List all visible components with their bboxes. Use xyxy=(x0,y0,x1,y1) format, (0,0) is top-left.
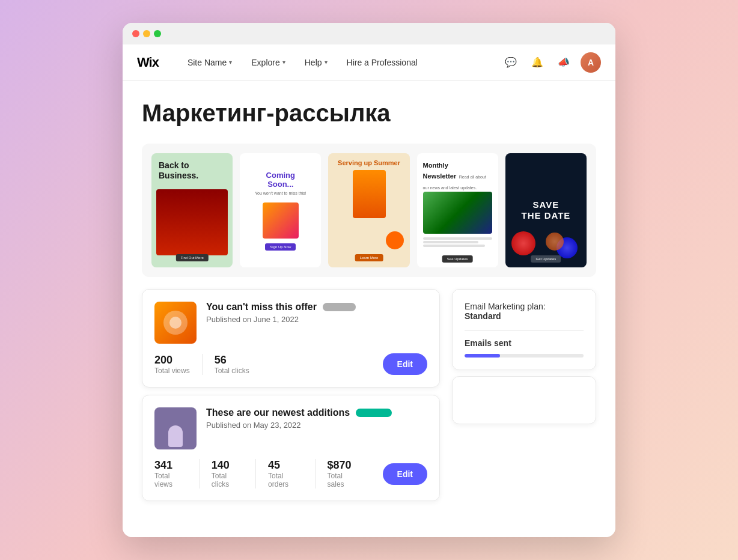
campaign-2-stats: 341 Total views 140 Total clicks 45 Tota… xyxy=(154,459,427,488)
browser-chrome xyxy=(123,23,615,44)
tpl-4-image xyxy=(423,192,492,234)
campaign-2-views-value: 341 xyxy=(154,459,187,472)
campaign-1-clicks-label: Total clicks xyxy=(215,367,249,375)
campaign-2-edit-button[interactable]: Edit xyxy=(383,463,427,485)
template-monthly-newsletter: MonthlyNewsletter Read all about our new… xyxy=(417,153,498,267)
wix-logo[interactable]: Wix xyxy=(137,55,159,70)
browser-window: Wix Site Name ▾ Explore ▾ Help ▾ Hire a … xyxy=(123,23,615,537)
campaign-1-date: Published on June 1, 2022 xyxy=(206,315,427,324)
campaign-2-clicks-label: Total clicks xyxy=(212,472,243,488)
thumb-2-vase xyxy=(168,425,183,447)
campaign-1-views-value: 200 xyxy=(154,354,190,367)
megaphone-icon[interactable]: 📣 xyxy=(554,53,573,72)
main-area: You can't miss this offer Published on J… xyxy=(142,289,596,501)
campaign-1-stat-views: 200 Total views xyxy=(154,354,203,375)
tpl-1-image xyxy=(156,189,228,255)
campaign-1-stats: 200 Total views 56 Total clicks Edit xyxy=(154,353,427,375)
dot-green[interactable] xyxy=(154,30,161,37)
chat-icon[interactable]: 💬 xyxy=(501,53,520,72)
dot-yellow[interactable] xyxy=(143,30,150,37)
tpl-3-btn: Learn More xyxy=(355,254,383,261)
campaign-2-header: These are our newest additions Published… xyxy=(154,407,427,449)
sidebar-card-2 xyxy=(452,376,596,424)
template-card-2[interactable]: ComingSoon... You won't want to miss thi… xyxy=(240,153,321,267)
sidebar-plan-text: Email Marketing plan: Standard xyxy=(465,302,584,321)
campaign-2-sales-label: Total sales xyxy=(328,472,359,488)
template-card-4[interactable]: MonthlyNewsletter Read all about our new… xyxy=(417,153,498,267)
template-back-to-business: Back toBusiness. Find Out More xyxy=(151,153,233,267)
nav-site-name[interactable]: Site Name ▾ xyxy=(178,44,242,81)
nav-explore[interactable]: Explore ▾ xyxy=(242,44,294,81)
templates-carousel: Back toBusiness. Find Out More ComingSoo… xyxy=(142,144,596,277)
campaign-card-2: These are our newest additions Published… xyxy=(142,395,440,501)
nav-help[interactable]: Help ▾ xyxy=(295,44,337,81)
campaign-2-date: Published on May 23, 2022 xyxy=(206,421,427,430)
campaign-1-name: You can't miss this offer xyxy=(206,302,317,312)
campaign-1-status-badge xyxy=(323,303,356,311)
sidebar-progress-bar-bg xyxy=(465,354,584,358)
tpl-4-title: MonthlyNewsletter xyxy=(423,162,457,180)
browser-dots xyxy=(132,30,161,44)
campaign-2-stat-orders: 45 Total orders xyxy=(268,459,316,488)
campaign-2-title-row: These are our newest additions xyxy=(206,407,427,418)
campaigns-list: You can't miss this offer Published on J… xyxy=(142,289,440,501)
tpl-2-btn: Sign Up Now xyxy=(265,243,296,251)
tpl-1-title: Back toBusiness. xyxy=(159,160,198,181)
campaign-2-name: These are our newest additions xyxy=(206,407,350,418)
thumb-1-circle xyxy=(163,311,188,335)
campaign-1-edit-button[interactable]: Edit xyxy=(383,353,427,375)
tpl-2-title: ComingSoon... xyxy=(266,171,295,189)
tpl-3-fruit xyxy=(386,231,404,249)
template-card-5[interactable]: SAVETHE DATE Get Updates xyxy=(505,153,587,267)
campaign-2-orders-value: 45 xyxy=(268,459,303,472)
tpl-5-blob1 xyxy=(511,231,535,255)
sidebar-plan-name: Standard xyxy=(465,311,501,321)
template-serving-summer: Serving up Summer Learn More xyxy=(328,153,409,267)
avatar-initial: A xyxy=(588,58,594,67)
site-name-chevron-icon: ▾ xyxy=(229,59,232,65)
sidebar-plan-card: Email Marketing plan: Standard Emails se… xyxy=(452,289,596,370)
help-chevron-icon: ▾ xyxy=(325,59,328,65)
nav-right-icons: 💬 🔔 📣 A xyxy=(501,52,601,73)
explore-chevron-icon: ▾ xyxy=(282,59,285,65)
campaign-2-thumbnail xyxy=(154,407,197,449)
campaign-1-stat-clicks: 56 Total clicks xyxy=(215,354,261,375)
campaign-1-clicks-value: 56 xyxy=(215,354,249,367)
tpl-3-image xyxy=(353,170,386,218)
sidebar: Email Marketing plan: Standard Emails se… xyxy=(452,289,596,501)
page-title: Маркетинг-рассылка xyxy=(142,100,596,127)
dot-red[interactable] xyxy=(132,30,139,37)
tpl-1-btn: Find Out More xyxy=(175,254,208,261)
campaign-card-1: You can't miss this offer Published on J… xyxy=(142,289,440,388)
tpl-2-image xyxy=(263,202,299,239)
tpl-4-lines xyxy=(423,237,492,247)
tpl-5-title: SAVETHE DATE xyxy=(521,199,570,221)
campaign-1-header: You can't miss this offer Published on J… xyxy=(154,302,427,344)
sidebar-emails-label: Emails sent xyxy=(465,338,584,348)
campaign-1-info: You can't miss this offer Published on J… xyxy=(206,302,427,324)
template-card-3[interactable]: Serving up Summer Learn More xyxy=(328,153,409,267)
template-coming-soon: ComingSoon... You won't want to miss thi… xyxy=(240,153,321,267)
campaign-2-views-label: Total views xyxy=(154,472,187,488)
campaign-1-views-label: Total views xyxy=(154,367,190,375)
campaign-2-stat-clicks: 140 Total clicks xyxy=(212,459,256,488)
campaign-2-status-badge xyxy=(356,409,392,417)
avatar[interactable]: A xyxy=(581,52,601,73)
bell-icon[interactable]: 🔔 xyxy=(528,53,547,72)
sidebar-divider xyxy=(465,330,584,331)
campaign-2-stat-views: 341 Total views xyxy=(154,459,200,488)
template-save-date: SAVETHE DATE Get Updates xyxy=(505,153,587,267)
campaign-2-info: These are our newest additions Published… xyxy=(206,407,427,430)
campaign-2-sales-value: $870 xyxy=(328,459,359,472)
page-content: Маркетинг-рассылка Back toBusiness. Find… xyxy=(123,81,615,537)
template-card-1[interactable]: Back toBusiness. Find Out More xyxy=(151,153,233,267)
navbar: Wix Site Name ▾ Explore ▾ Help ▾ Hire a … xyxy=(123,44,615,81)
campaign-2-orders-label: Total orders xyxy=(268,472,303,488)
campaign-1-thumbnail xyxy=(154,302,197,344)
campaign-2-clicks-value: 140 xyxy=(212,459,243,472)
tpl-2-sub: You won't want to miss this! xyxy=(255,191,306,195)
nav-hire[interactable]: Hire a Professional xyxy=(337,44,427,81)
tpl-4-btn: See Updates xyxy=(442,255,473,263)
campaign-2-stat-sales: $870 Total sales xyxy=(328,459,371,488)
tpl-3-title: Serving up Summer xyxy=(338,159,400,166)
